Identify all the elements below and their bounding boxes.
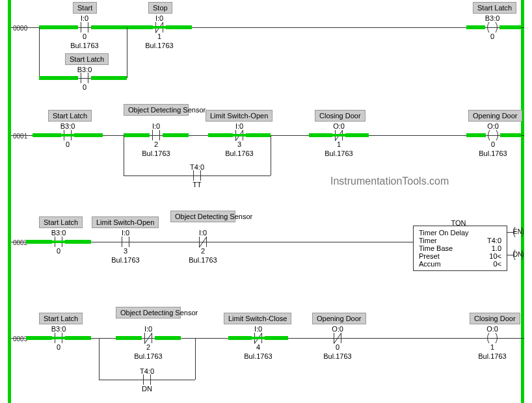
- wire-energized: [246, 133, 271, 137]
- element-bul: Bul.1763: [244, 352, 272, 360]
- wire-energized: [166, 25, 192, 29]
- element-addr: I:0: [199, 229, 207, 237]
- element-bul: Bul.1763: [142, 150, 170, 157]
- timer-value: 10<: [489, 252, 501, 260]
- element-label: Closing Door: [315, 110, 366, 122]
- element-addr: B3:0: [60, 122, 75, 130]
- element-term: 2: [154, 140, 158, 148]
- timer-dn: DN: [513, 251, 522, 258]
- timer-value: 1.0: [492, 244, 501, 252]
- wire-energized: [26, 336, 52, 340]
- element-addr: O:0: [487, 122, 499, 130]
- element-addr: I:0: [81, 14, 88, 22]
- wire-energized: [52, 337, 65, 339]
- wire-energized: [466, 25, 485, 29]
- wire: [127, 27, 127, 78]
- timer-label: Accum: [419, 260, 441, 268]
- wire: [39, 27, 40, 78]
- element-bul: Bul.1763: [111, 256, 139, 264]
- wire-energized: [155, 336, 181, 340]
- contact-no-icon: [78, 73, 91, 83]
- element-term: 4: [256, 343, 260, 351]
- wire-energized: [332, 134, 345, 136]
- wire-energized: [233, 134, 246, 136]
- wire-energized: [124, 133, 150, 137]
- element-term: 2: [201, 247, 205, 255]
- wire-energized: [345, 133, 369, 137]
- wire-energized: [127, 25, 153, 29]
- element-term: 0: [83, 83, 86, 91]
- element-term: 1: [490, 343, 494, 351]
- element-label: Object Detecting Sensor: [170, 211, 235, 222]
- wire-energized: [39, 25, 78, 29]
- element-addr: I:0: [144, 325, 152, 333]
- element-addr: I:0: [235, 122, 243, 130]
- timer-label: Timer: [419, 237, 437, 244]
- element-label: Opening Door: [312, 313, 366, 324]
- rung-number: 0002: [13, 239, 27, 246]
- wire: [195, 338, 196, 380]
- element-addr: I:0: [254, 325, 262, 333]
- element-term: 0: [491, 140, 495, 148]
- element-label: Start Latch: [39, 216, 83, 228]
- wire-energized: [26, 240, 52, 244]
- watermark: InstrumentationTools.com: [330, 176, 449, 187]
- timer-value: T4:0: [487, 237, 501, 244]
- output-coil-icon: [485, 333, 499, 343]
- wire-energized: [91, 76, 127, 80]
- element-label: Stop: [148, 2, 172, 14]
- element-addr: O:0: [486, 325, 498, 333]
- element-label: Limit Switch-Open: [92, 216, 159, 228]
- rung-number: 0003: [13, 335, 27, 343]
- element-term: 2: [146, 343, 150, 351]
- contact-nc-icon: [142, 333, 155, 343]
- wire-energized: [466, 133, 486, 137]
- element-bul: Bul.1763: [145, 42, 173, 49]
- element-term: 1: [337, 140, 341, 148]
- timer-label: Preset: [419, 252, 440, 260]
- rung-number: 0000: [13, 25, 27, 32]
- element-term: 0: [66, 140, 70, 148]
- element-addr: O:0: [332, 325, 343, 333]
- wire: [124, 135, 124, 176]
- element-term: TT: [193, 181, 201, 188]
- element-term: 0: [83, 32, 86, 40]
- element-term: 3: [237, 140, 241, 148]
- element-addr: I:0: [122, 229, 129, 237]
- wire-energized: [228, 336, 252, 340]
- wire-energized: [499, 25, 521, 29]
- wire-energized: [153, 26, 166, 29]
- output-coil-icon: [486, 130, 500, 140]
- wire-energized: [252, 337, 265, 339]
- wire-energized: [33, 133, 61, 137]
- element-term: 0: [57, 343, 60, 351]
- element-label: Limit Switch-Open: [206, 110, 273, 122]
- contact-no-icon: [150, 130, 163, 140]
- element-bul: Bul.1763: [225, 150, 253, 157]
- timer-label: Time Base: [419, 244, 453, 252]
- element-bul: Bul.1763: [325, 150, 352, 157]
- element-bul: Bul.1763: [323, 352, 351, 360]
- wire-energized: [265, 336, 288, 340]
- element-addr: B3:0: [51, 229, 66, 237]
- element-label: Start Latch: [48, 110, 92, 122]
- element-label: Opening Door: [468, 110, 522, 122]
- element-label: Start Latch: [473, 2, 516, 14]
- element-bul: Bul.1763: [134, 352, 162, 360]
- contact-no-icon: [191, 170, 204, 181]
- timer-en: EN: [513, 228, 522, 235]
- element-addr: I:0: [152, 122, 160, 130]
- contact-nc-icon: [196, 237, 209, 247]
- wire: [271, 135, 271, 176]
- element-label: Start Latch: [39, 313, 83, 324]
- element-label: Object Detecting Sensor: [124, 104, 189, 116]
- wire-energized: [39, 76, 78, 80]
- left-power-rail: [8, 0, 11, 403]
- contact-nc-icon: [331, 333, 344, 343]
- output-coil-icon: [485, 22, 499, 32]
- element-bul: Bul.1763: [478, 352, 506, 360]
- element-label: Start Latch: [65, 53, 109, 65]
- element-term: 0: [336, 343, 339, 351]
- wire-energized: [74, 133, 103, 137]
- right-power-rail: [521, 0, 524, 403]
